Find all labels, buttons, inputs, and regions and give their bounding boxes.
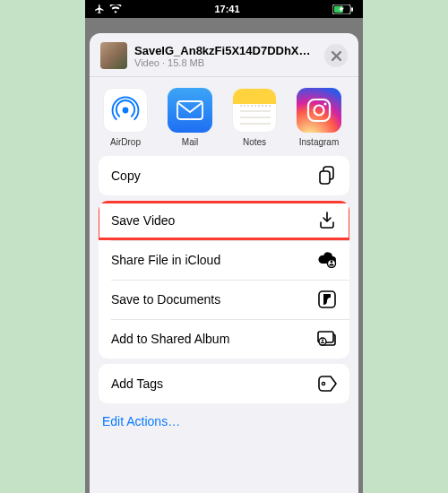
action-share-icloud[interactable]: Share File in iCloud [99, 240, 349, 280]
close-button[interactable] [324, 44, 348, 67]
share-target-label: Mail [182, 137, 198, 147]
svg-rect-4 [177, 101, 202, 119]
action-label: Save to Documents [111, 292, 220, 307]
svg-point-20 [322, 339, 323, 341]
mail-icon [168, 88, 212, 133]
shared-album-icon [317, 329, 337, 349]
save-video-icon [317, 211, 337, 230]
phone-frame: 17:41 SaveIG_An8kzFi5X14D7DDhXM... Video… [85, 0, 363, 493]
action-copy[interactable]: Copy [99, 156, 349, 195]
wifi-icon [109, 4, 122, 13]
svg-point-3 [123, 108, 129, 114]
action-save-video[interactable]: Save Video [99, 201, 349, 240]
edit-actions-link[interactable]: Edit Actions… [90, 403, 358, 446]
action-label: Copy [111, 169, 141, 183]
documents-app-icon [317, 290, 337, 309]
actions-list: Copy Save Video Share File in iCloud [90, 156, 358, 403]
svg-rect-13 [320, 171, 330, 184]
svg-rect-2 [351, 7, 353, 12]
battery-icon [332, 4, 354, 14]
action-label: Add to Shared Album [111, 332, 229, 346]
share-targets-row[interactable]: AirDrop Mail Notes Instagram [90, 77, 358, 156]
notes-icon [232, 88, 277, 133]
action-label: Add Tags [111, 376, 163, 391]
share-target-label: Notes [243, 137, 266, 147]
action-add-tags[interactable]: Add Tags [99, 364, 349, 403]
sheet-header: SaveIG_An8kzFi5X14D7DDhXM... Video · 15.… [90, 33, 358, 76]
airplane-mode-icon [94, 4, 105, 14]
file-name: SaveIG_An8kzFi5X14D7DDhXM... [134, 44, 317, 57]
svg-point-15 [331, 261, 333, 264]
svg-point-11 [323, 102, 326, 105]
svg-point-19 [319, 338, 326, 345]
copy-icon [317, 166, 337, 186]
action-label: Save Video [111, 213, 175, 228]
action-save-documents[interactable]: Save to Documents [99, 280, 349, 319]
share-target-notes[interactable]: Notes [224, 88, 285, 147]
status-bar: 17:41 [85, 0, 363, 18]
share-target-airdrop[interactable]: AirDrop [95, 88, 156, 147]
status-time: 17:41 [214, 4, 239, 14]
file-subtitle: Video · 15.8 MB [134, 57, 317, 68]
share-target-tiktok[interactable]: T [351, 88, 358, 147]
file-thumbnail [100, 42, 127, 69]
share-sheet: SaveIG_An8kzFi5X14D7DDhXM... Video · 15.… [90, 33, 358, 493]
share-target-label: AirDrop [110, 137, 141, 147]
svg-point-10 [314, 106, 324, 116]
close-icon [332, 51, 341, 61]
instagram-icon [297, 88, 341, 133]
share-target-label: Instagram [299, 137, 339, 147]
airdrop-icon [103, 88, 148, 133]
svg-rect-9 [308, 99, 330, 121]
action-label: Share File in iCloud [111, 253, 220, 267]
svg-point-21 [322, 382, 324, 385]
icloud-share-icon [317, 250, 337, 270]
share-target-instagram[interactable]: Instagram [289, 88, 349, 147]
tag-icon [317, 374, 337, 394]
action-add-shared-album[interactable]: Add to Shared Album [99, 319, 349, 359]
share-target-mail[interactable]: Mail [159, 88, 220, 147]
